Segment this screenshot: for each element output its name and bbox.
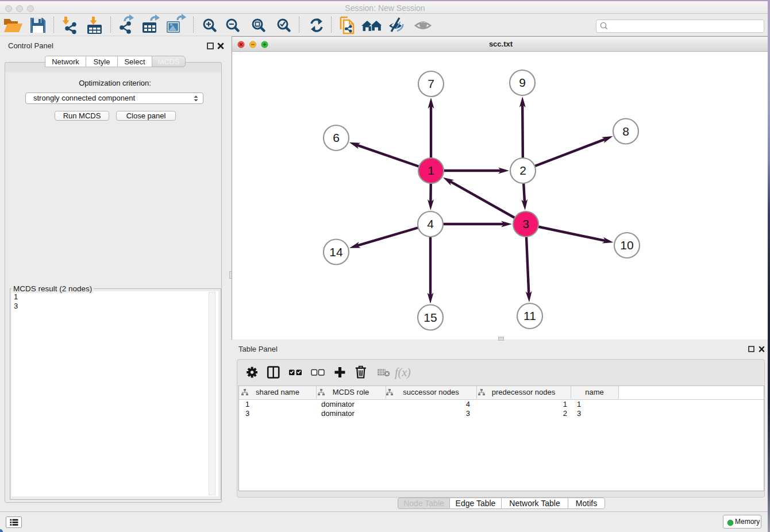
svg-text:9: 9 bbox=[519, 76, 526, 89]
svg-text:4: 4 bbox=[427, 217, 434, 230]
svg-text:7: 7 bbox=[428, 77, 434, 90]
svg-text:3: 3 bbox=[522, 217, 529, 230]
svg-text:10: 10 bbox=[620, 238, 633, 252]
svg-text:14: 14 bbox=[329, 245, 343, 259]
svg-text:8: 8 bbox=[622, 125, 629, 138]
svg-text:6: 6 bbox=[333, 131, 340, 144]
svg-text:2: 2 bbox=[519, 164, 526, 177]
svg-text:15: 15 bbox=[424, 311, 437, 324]
svg-text:11: 11 bbox=[523, 309, 536, 322]
svg-text:f(x): f(x) bbox=[395, 366, 411, 379]
svg-text:1: 1 bbox=[428, 164, 434, 177]
